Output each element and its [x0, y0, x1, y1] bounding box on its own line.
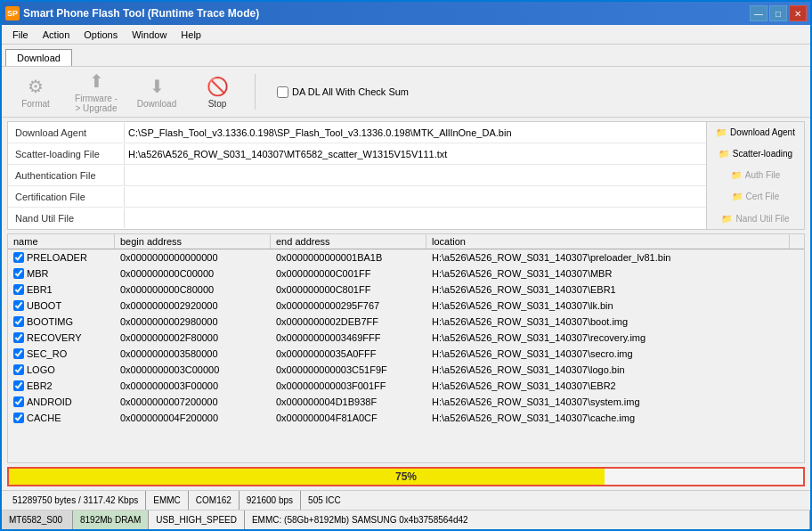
row-checkbox[interactable]	[13, 268, 24, 279]
tab-download[interactable]: Download	[5, 49, 72, 66]
stop-button[interactable]: 🚫 Stop	[191, 71, 244, 113]
nand-folder-icon: 📁	[721, 214, 732, 224]
form-row-nand: Nand Util File 📁 Nand Util File	[8, 208, 804, 229]
cell-end: 0x000000000003C51F9F	[271, 364, 426, 376]
cell-name: LOGO	[8, 364, 115, 376]
auth-label: Authentication File	[8, 170, 124, 181]
menu-window[interactable]: Window	[125, 28, 174, 42]
nand-input[interactable]	[124, 208, 706, 228]
cell-name: MBR	[8, 267, 115, 280]
cell-end: 0x000000000C001FF	[271, 267, 426, 280]
cell-name: EBR1	[8, 283, 115, 296]
app-icon: SP	[5, 6, 20, 20]
cert-folder-icon: 📁	[732, 192, 743, 201]
menu-help[interactable]: Help	[174, 28, 208, 42]
download-agent-input[interactable]	[124, 123, 706, 143]
format-label: Format	[21, 99, 50, 109]
firmware-label: Firmware -> Upgrade	[74, 94, 118, 113]
cell-end: 0x0000000000001BA1B	[271, 251, 426, 264]
scrollbar-spacer	[790, 234, 804, 249]
nand-button[interactable]: 📁 Nand Util File	[706, 208, 804, 229]
tab-bar: Download	[2, 45, 810, 66]
maximize-button[interactable]: □	[769, 5, 787, 21]
download-button[interactable]: ⬇ Download	[130, 71, 183, 113]
cell-end: 0x000000000C801FF	[271, 283, 426, 296]
table-row: EBR1 0x000000000C80000 0x000000000C801FF…	[8, 282, 804, 298]
cell-location: H:\a526\A526_ROW_S031_140307\EBR1	[426, 283, 804, 296]
row-checkbox[interactable]	[13, 332, 24, 343]
scatter-btn-label: Scatter-loading	[733, 149, 792, 159]
table-body[interactable]: PRELOADER 0x0000000000000000 0x000000000…	[8, 249, 804, 462]
download-agent-btn-label: Download Agent	[730, 127, 795, 137]
progress-bar-container: 75%	[7, 467, 805, 486]
da-dl-checkbox[interactable]	[277, 86, 288, 98]
cell-begin: 0x0000000002920000	[115, 299, 271, 312]
form-row-auth: Authentication File 📁 Auth File	[8, 165, 804, 186]
row-checkbox[interactable]	[13, 364, 24, 375]
scatter-folder-icon: 📁	[719, 149, 729, 159]
cell-location: H:\a526\A526_ROW_S031_140307\boot.img	[426, 315, 804, 328]
row-name-text: EBR1	[27, 284, 53, 295]
row-checkbox[interactable]	[13, 380, 24, 391]
cell-name: UBOOT	[8, 299, 115, 312]
table-row: CACHE 0x000000004F200000 0x000000004F81A…	[8, 410, 804, 426]
progress-bar-fill	[9, 469, 605, 485]
cell-begin: 0x0000000000000000	[115, 251, 271, 264]
download-label: Download	[137, 99, 176, 109]
row-name-text: SEC_RO	[27, 348, 67, 359]
cert-button[interactable]: 📁 Cert File	[706, 186, 804, 208]
cell-location: H:\a526\A526_ROW_S031_140307\cache.img	[426, 412, 804, 424]
table-row: PRELOADER 0x0000000000000000 0x000000000…	[8, 249, 804, 266]
status-speed: 51289750 bytes / 3117.42 Kbps	[5, 491, 146, 510]
row-checkbox[interactable]	[13, 396, 24, 407]
table-header: name begin address end address location	[8, 234, 804, 249]
format-button[interactable]: ⚙ Format	[9, 71, 62, 113]
table-row: SEC_RO 0x0000000003580000 0x00000000035A…	[8, 346, 804, 362]
toolbar-separator	[255, 74, 256, 110]
menu-options[interactable]: Options	[77, 28, 125, 42]
row-checkbox[interactable]	[13, 413, 24, 423]
row-name-text: RECOVERY	[27, 332, 82, 343]
nand-btn-label: Nand Util File	[735, 214, 789, 224]
firmware-upgrade-button[interactable]: ⬆ Firmware -> Upgrade	[69, 66, 123, 118]
cell-end: 0x00000000035A0FFF	[271, 347, 426, 360]
menu-file[interactable]: File	[5, 28, 36, 42]
cell-begin: 0x0000000002980000	[115, 315, 271, 328]
scatter-label: Scatter-loading File	[8, 149, 124, 159]
col-header-name: name	[8, 234, 115, 249]
row-checkbox[interactable]	[13, 316, 24, 327]
close-button[interactable]: ✕	[789, 5, 807, 21]
table-row: ANDROID 0x0000000007200000 0x000000004D1…	[8, 394, 804, 410]
cell-name: RECOVERY	[8, 331, 115, 344]
row-checkbox[interactable]	[13, 348, 24, 359]
stop-icon: 🚫	[207, 76, 229, 97]
auth-button[interactable]: 📁 Auth File	[706, 165, 804, 186]
row-name-text: EBR2	[27, 380, 53, 391]
table-row: MBR 0x000000000C00000 0x000000000C001FF …	[8, 266, 804, 282]
cell-location: H:\a526\A526_ROW_S031_140307\logo.bin	[426, 364, 804, 376]
cert-btn-label: Cert File	[746, 192, 780, 201]
bottom-bar: MT6582_S00 8192Mb DRAM USB_HIGH_SPEED EM…	[2, 510, 810, 529]
form-area: Download Agent 📁 Download Agent Scatter-…	[7, 121, 805, 230]
nand-label: Nand Util File	[8, 213, 124, 224]
scatter-button[interactable]: 📁 Scatter-loading	[706, 143, 804, 165]
row-checkbox[interactable]	[13, 300, 24, 311]
form-row-scatter: Scatter-loading File 📁 Scatter-loading	[8, 143, 804, 165]
menu-action[interactable]: Action	[36, 28, 77, 42]
format-icon: ⚙	[28, 76, 44, 97]
row-name-text: PRELOADER	[27, 252, 87, 263]
auth-input[interactable]	[124, 166, 706, 185]
da-dl-checkbox-area: DA DL All With Check Sum	[277, 86, 409, 98]
scatter-input[interactable]	[124, 144, 706, 164]
table-row: EBR2 0x0000000003F00000 0x000000000003F0…	[8, 378, 804, 394]
table-row: UBOOT 0x0000000002920000 0x0000000000295…	[8, 298, 804, 314]
status-icc: 505 ICC	[301, 491, 807, 510]
col-header-begin: begin address	[115, 234, 271, 249]
col-header-end: end address	[271, 234, 426, 249]
minimize-button[interactable]: —	[750, 5, 767, 21]
cert-input[interactable]	[124, 187, 706, 207]
row-name-text: ANDROID	[27, 396, 72, 407]
row-checkbox[interactable]	[13, 252, 24, 263]
row-checkbox[interactable]	[13, 284, 24, 295]
download-agent-button[interactable]: 📁 Download Agent	[706, 122, 804, 143]
